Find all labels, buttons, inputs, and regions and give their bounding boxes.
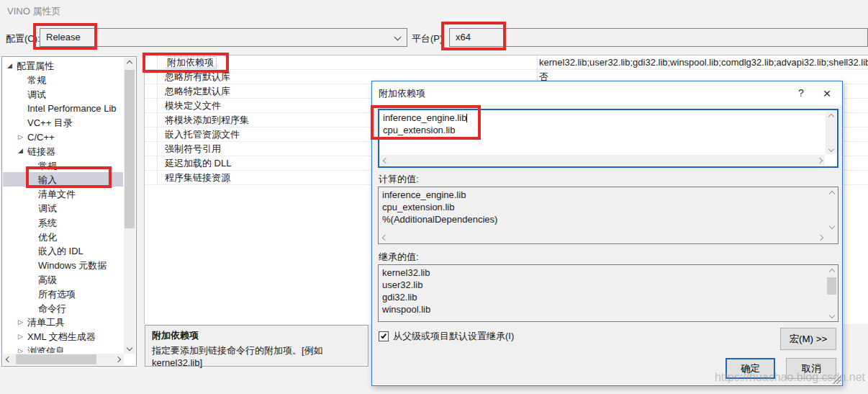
scroll-down-icon[interactable]: [826, 143, 836, 154]
tree-item-general[interactable]: 常规: [3, 73, 123, 87]
evaluated-vertical-scrollbar[interactable]: [826, 188, 837, 231]
tree-item-label: 所有选项: [38, 288, 76, 299]
tree-item-system[interactable]: 系统: [3, 215, 123, 230]
edit-vertical-scrollbar[interactable]: [826, 111, 836, 154]
ok-button[interactable]: 确定: [725, 358, 775, 379]
scroll-up-icon[interactable]: [826, 188, 837, 199]
tree-item-label: Windows 元数据: [38, 260, 107, 271]
tree-item-linker-input[interactable]: 输入: [3, 172, 123, 187]
tree-item-label: 系统: [38, 217, 57, 228]
property-pages-window: VINO 属性页 配置(C): Release 平台(P) x64 ◢配置属性常…: [0, 0, 868, 394]
tree-vertical-scrollbar[interactable]: [124, 58, 135, 354]
description-text: 指定要添加到链接命令行的附加项。[例如 kernel32.lib]: [152, 344, 361, 368]
tree-item-vcpp-directories[interactable]: VC++ 目录: [3, 115, 123, 130]
scroll-right-icon[interactable]: [112, 354, 124, 365]
collapse-arrow-icon[interactable]: ◢: [7, 59, 17, 73]
inherit-checkbox-label: 从父级或项目默认设置继承(I): [393, 330, 514, 343]
tree-item-windows-metadata[interactable]: Windows 元数据: [3, 258, 123, 272]
expand-arrow-icon[interactable]: ▷: [18, 344, 27, 353]
help-icon[interactable]: ?: [789, 81, 813, 105]
scroll-up-icon[interactable]: [124, 58, 135, 69]
property-row-additional-dependencies[interactable]: 附加依赖项kernel32.lib;user32.lib;gdi32.lib;w…: [145, 55, 868, 70]
text-line: inference_engine.lib: [379, 189, 838, 201]
property-name: 附加依赖项: [165, 55, 525, 69]
tree-item-browse-information[interactable]: ▷浏览信息: [3, 344, 123, 353]
evaluated-horizontal-scrollbar[interactable]: [379, 232, 826, 243]
scrollbar-thumb[interactable]: [16, 354, 96, 364]
tree-item-label: 常规: [27, 74, 46, 85]
tree-item-label: 清单文件: [38, 189, 76, 200]
tree-horizontal-scrollbar[interactable]: [3, 354, 124, 365]
tree-item-config-properties[interactable]: ◢配置属性: [3, 58, 123, 73]
scroll-left-icon[interactable]: [379, 232, 390, 243]
configuration-label: 配置(C):: [6, 32, 40, 45]
tree-item-intel-performance-lib[interactable]: Intel Performance Lib: [3, 101, 123, 115]
tree-item-label: 嵌入的 IDL: [38, 246, 83, 256]
tree-item-all-options[interactable]: 所有选项: [3, 287, 123, 301]
tree-item-embedded-idl[interactable]: 嵌入的 IDL: [3, 243, 123, 258]
close-icon[interactable]: ×: [815, 81, 839, 105]
platform-dropdown[interactable]: x64: [449, 28, 868, 47]
tree-item-label: C/C++: [27, 132, 55, 143]
tree-item-label: 调试: [27, 89, 46, 99]
evaluated-value-box[interactable]: inference_engine.libcpu_extension.lib%(A…: [378, 187, 838, 244]
scroll-right-icon[interactable]: [815, 232, 826, 243]
text-line: inference_engine.lib: [379, 112, 837, 124]
tree-items: ◢配置属性常规调试Intel Performance LibVC++ 目录▷C/…: [3, 58, 123, 353]
tree-item-label: XML 文档生成器: [27, 331, 96, 342]
configuration-dropdown[interactable]: Release: [40, 28, 407, 47]
configuration-value: Release: [46, 32, 81, 42]
inherited-vertical-scrollbar[interactable]: [826, 266, 837, 321]
dependencies-edit-box[interactable]: inference_engine.libcpu_extension.lib: [378, 109, 838, 168]
inherited-value-label: 继承的值:: [379, 251, 419, 264]
tree-item-label: 输入: [38, 174, 57, 185]
inherited-value-box[interactable]: kernel32.libuser32.libgdi32.libwinspool.…: [378, 264, 838, 322]
scroll-left-icon[interactable]: [380, 155, 391, 166]
cancel-button[interactable]: 取消: [786, 358, 836, 379]
scroll-up-icon[interactable]: [826, 111, 836, 122]
tree-item-linker-debugging[interactable]: 调试: [3, 201, 123, 215]
expand-arrow-icon[interactable]: ▷: [18, 315, 27, 329]
tree-item-manifest-file[interactable]: 清单文件: [3, 187, 123, 201]
edit-lines: inference_engine.libcpu_extension.lib: [379, 112, 837, 136]
scroll-down-icon[interactable]: [826, 310, 837, 321]
collapse-arrow-icon[interactable]: ◢: [18, 144, 27, 158]
dialog-titlebar[interactable]: 附加依赖项 ? ×: [372, 81, 842, 105]
expand-arrow-icon[interactable]: ▷: [18, 130, 27, 144]
text-caret: [466, 114, 467, 122]
tree-item-debugging[interactable]: 调试: [3, 87, 123, 102]
expand-arrow-icon[interactable]: ▷: [18, 330, 27, 344]
tree-item-linker[interactable]: ◢链接器: [3, 144, 123, 158]
tree-item-label: 配置属性: [17, 61, 54, 71]
scroll-right-icon[interactable]: [814, 155, 825, 166]
edit-horizontal-scrollbar[interactable]: [380, 155, 825, 166]
text-line: kernel32.lib: [379, 267, 838, 279]
inherit-checkbox-row[interactable]: 从父级或项目默认设置继承(I): [379, 330, 514, 343]
tree-item-label: 优化: [38, 231, 57, 242]
additional-dependencies-dialog: 附加依赖项 ? × inference_engine.libcpu_extens…: [371, 81, 843, 386]
text-line: gdi32.lib: [379, 291, 838, 303]
configuration-tree-panel: ◢配置属性常规调试Intel Performance LibVC++ 目录▷C/…: [1, 56, 137, 367]
scroll-left-icon[interactable]: [3, 354, 14, 365]
tree-item-command-line[interactable]: 命令行: [3, 301, 123, 315]
tree-item-label: 浏览信息: [27, 346, 65, 353]
tree-item-linker-general[interactable]: 常规: [3, 158, 123, 173]
tree-item-manifest-tool[interactable]: ▷清单工具: [3, 315, 123, 329]
scroll-down-icon[interactable]: [826, 220, 837, 231]
tree-item-optimization[interactable]: 优化: [3, 230, 123, 244]
inherited-lines: kernel32.libuser32.libgdi32.libwinspool.…: [379, 267, 838, 315]
tree-item-advanced[interactable]: 高级: [3, 272, 123, 287]
scroll-down-icon[interactable]: [124, 342, 135, 354]
tree-item-label: Intel Performance Lib: [27, 103, 117, 114]
macros-button[interactable]: 宏(M) >>: [780, 328, 836, 350]
property-value: kernel32.lib;user32.lib;gdi32.lib;winspo…: [539, 55, 868, 69]
text-line: cpu_extension.lib: [379, 124, 837, 136]
tree-item-xml-doc-generator[interactable]: ▷XML 文档生成器: [3, 329, 123, 344]
text-line: user32.lib: [379, 279, 838, 291]
scrollbar-thumb[interactable]: [125, 70, 135, 228]
scrollbar-thumb[interactable]: [827, 277, 836, 295]
tree-item-c-cpp[interactable]: ▷C/C++: [3, 130, 123, 144]
scroll-up-icon[interactable]: [826, 266, 837, 277]
chevron-down-icon: [394, 34, 402, 41]
checkbox-checked-icon[interactable]: [379, 331, 389, 341]
